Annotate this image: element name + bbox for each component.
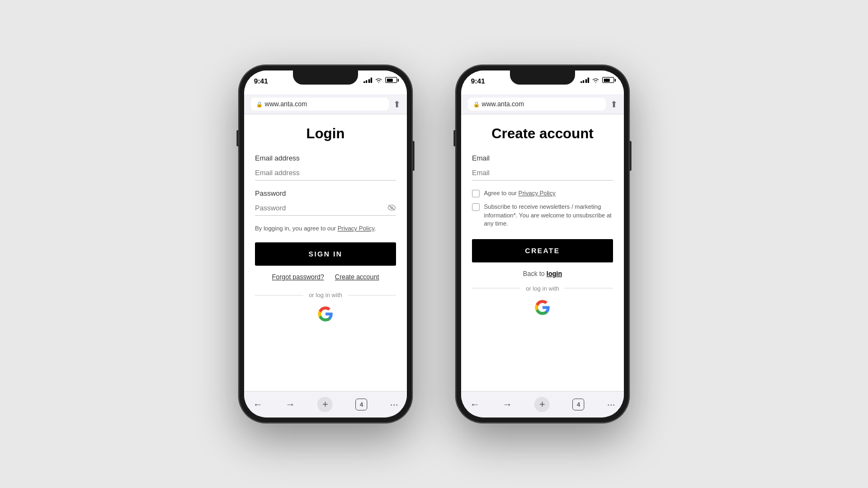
create-account-title: Create account	[472, 125, 613, 142]
url-bar-1[interactable]: 🔒 www.anta.com	[251, 98, 389, 111]
lock-icon-2: 🔒	[473, 101, 480, 107]
phone-1: 9:41 🔒 www.anta.com ⬆	[239, 65, 412, 423]
forward-button-2[interactable]: →	[502, 399, 512, 410]
back-button-2[interactable]: ←	[470, 399, 480, 410]
privacy-policy-link-2[interactable]: Privacy Policy	[519, 190, 556, 196]
divider-1: or log in with	[255, 292, 396, 298]
forgot-password-link[interactable]: Forgot password?	[272, 273, 324, 281]
divider-line-right-2	[565, 288, 613, 288]
phone-2: 9:41 🔒 www.anta.com ⬆	[456, 65, 629, 423]
newsletter-checkbox[interactable]	[472, 203, 480, 211]
password-label: Password	[255, 189, 396, 197]
status-bar-1: 9:41	[244, 70, 407, 94]
signin-button[interactable]: SIGN IN	[255, 242, 396, 266]
email-input-2[interactable]	[472, 165, 613, 181]
password-input[interactable]	[255, 201, 396, 216]
back-to-login-link[interactable]: login	[546, 270, 562, 278]
time-2: 9:41	[471, 77, 485, 85]
share-icon-2[interactable]: ⬆	[610, 99, 617, 110]
google-login-1[interactable]	[255, 306, 396, 322]
divider-line-left-2	[472, 288, 520, 288]
share-icon-1[interactable]: ⬆	[393, 99, 400, 110]
tab-count-2[interactable]: 4	[572, 399, 584, 410]
google-g-icon-1[interactable]	[317, 306, 334, 322]
create-account-page-content: Create account Email Agree to our Privac…	[461, 114, 624, 391]
url-bar-2[interactable]: 🔒 www.anta.com	[468, 98, 606, 111]
notch-1	[293, 70, 358, 85]
browser-bar-2: 🔒 www.anta.com ⬆	[461, 94, 624, 114]
policy-text: By logging in, you agree to our Privacy …	[255, 224, 396, 233]
login-title: Login	[255, 125, 396, 142]
privacy-checkbox-row: Agree to our Privacy Policy	[472, 189, 613, 197]
back-button-1[interactable]: ←	[253, 399, 263, 410]
google-g-icon-2[interactable]	[534, 299, 551, 316]
forward-button-1[interactable]: →	[285, 399, 295, 410]
bottom-links: Forgot password? Create account	[255, 273, 396, 281]
email-label-2: Email	[472, 154, 613, 162]
create-account-link[interactable]: Create account	[335, 273, 379, 281]
back-to-login: Back to login	[472, 270, 613, 278]
email-input[interactable]	[255, 165, 396, 181]
browser-bottom-2: ← → + 4 ···	[461, 391, 624, 418]
status-bar-2: 9:41	[461, 70, 624, 94]
time-1: 9:41	[254, 77, 268, 85]
more-button-2[interactable]: ···	[607, 399, 615, 410]
email-label: Email address	[255, 154, 396, 162]
url-text-1: www.anta.com	[265, 100, 307, 108]
url-text-2: www.anta.com	[482, 100, 524, 108]
status-icons-1	[363, 77, 398, 83]
newsletter-checkbox-row: Subscribe to receive newsletters / marke…	[472, 203, 613, 228]
divider-text-1: or log in with	[309, 292, 342, 298]
divider-line-right-1	[348, 295, 396, 296]
signal-icon-1	[363, 78, 373, 83]
create-button[interactable]: CREATE	[472, 239, 613, 262]
battery-icon-2	[602, 77, 614, 83]
login-page-content: Login Email address Password By logging …	[244, 114, 407, 391]
more-button-1[interactable]: ···	[390, 399, 398, 410]
wifi-icon-2	[592, 78, 599, 83]
privacy-checkbox[interactable]	[472, 190, 480, 197]
notch-2	[510, 70, 575, 85]
browser-bar-1: 🔒 www.anta.com ⬆	[244, 94, 407, 114]
newsletter-checkbox-label: Subscribe to receive newsletters / marke…	[484, 203, 613, 228]
status-icons-2	[580, 77, 615, 83]
battery-icon-1	[385, 77, 397, 83]
signal-icon-2	[580, 78, 590, 83]
divider-2: or log in with	[472, 285, 613, 292]
lock-icon-1: 🔒	[256, 101, 263, 107]
eye-icon[interactable]	[387, 204, 396, 213]
privacy-policy-link-1[interactable]: Privacy Policy	[337, 225, 374, 232]
password-wrapper	[255, 201, 396, 216]
divider-text-2: or log in with	[526, 285, 559, 292]
privacy-checkbox-label: Agree to our Privacy Policy	[484, 189, 556, 197]
browser-bottom-1: ← → + 4 ···	[244, 391, 407, 418]
new-tab-button-2[interactable]: +	[534, 397, 550, 412]
wifi-icon-1	[375, 78, 382, 83]
google-login-2[interactable]	[472, 299, 613, 316]
tab-count-1[interactable]: 4	[355, 399, 367, 410]
divider-line-left-1	[255, 295, 303, 296]
new-tab-button-1[interactable]: +	[317, 397, 333, 412]
